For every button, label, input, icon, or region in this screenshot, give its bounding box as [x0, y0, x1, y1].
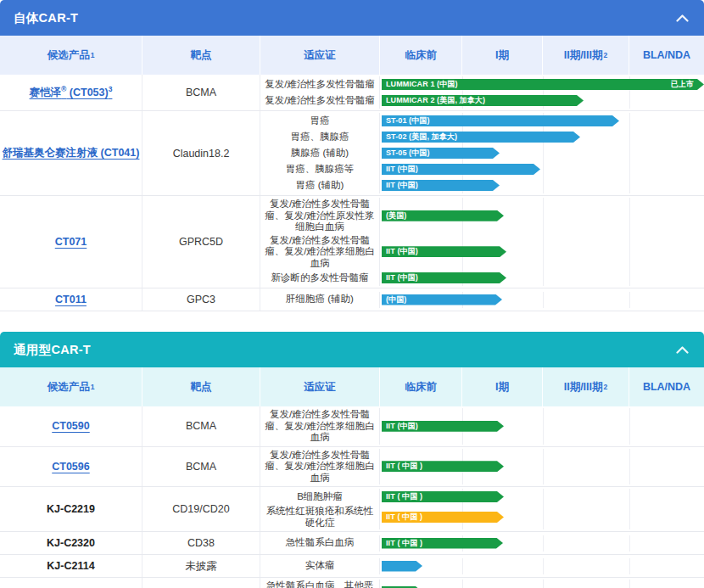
pipeline-bar: IIT (中国) [382, 164, 540, 175]
column-header-4: I期 [462, 36, 543, 75]
column-header-row: 候选产品1靶点适应证临床前I期II期/III期2BLA/NDA [0, 36, 704, 75]
product-link[interactable]: 舒瑞基奥仑赛注射液 (CT041) [3, 146, 140, 160]
phase-track: ST-05 (中国) [380, 145, 704, 161]
product-link[interactable]: CT071 [55, 236, 87, 248]
phase-track: IIT (中国) [380, 270, 704, 286]
target-cell: 未披露 [142, 555, 260, 577]
product-link[interactable]: CT011 [55, 294, 87, 305]
phase-track: LUMMICAR 2 (美国, 加拿大) [380, 92, 704, 109]
indication-entry: 胃癌、胰腺癌等IIT (中国) [260, 161, 704, 177]
section-title: 通用型CAR-T [14, 342, 91, 358]
indication-entries: 胃癌ST-01 (中国)胃癌、胰腺癌ST-02 (美国, 加拿大)胰腺癌 (辅助… [260, 111, 704, 195]
table-row: 舒瑞基奥仑赛注射液 (CT041)Claudin18.2胃癌ST-01 (中国)… [0, 111, 704, 196]
column-header-label: 靶点 [191, 48, 212, 63]
pipeline-bar: LUMMICAR 1 (中国)已上市 [382, 79, 704, 90]
indication-cell: 胰腺癌 (辅助) [260, 145, 380, 161]
target-cell: BCMA [142, 447, 260, 487]
indication-entry: 复发/难治性多发性骨髓瘤、复发/难治性浆细胞白血病IIT (中国) [260, 234, 704, 271]
pipeline-bar: ST-02 (美国, 加拿大) [382, 132, 580, 143]
indication-cell: 肝细胞癌 (辅助) [260, 292, 380, 308]
bar-label: (中国) [386, 294, 406, 305]
bar-label: LUMMICAR 2 (美国, 加拿大) [386, 95, 485, 106]
column-header-label: I期 [495, 48, 509, 63]
column-header-label: II期/III期 [564, 380, 603, 395]
pipeline-bar: IIT (中国) [382, 421, 504, 432]
column-header-3: 临床前 [380, 367, 462, 406]
indication-entry: 复发/难治性多发性骨髓瘤、复发/难治性原发性浆细胞白血病(美国) [260, 198, 704, 234]
column-header-label: BLA/NDA [643, 49, 690, 61]
pipeline-bar [382, 561, 422, 572]
phase-track: IIT (中国) [380, 177, 704, 193]
pipeline-bar: IIT (中国) [382, 246, 506, 257]
column-header-5: II期/III期2 [543, 367, 629, 406]
indication-entry: 复发/难治性多发性骨髓瘤、复发/难治性浆细胞白血病IIT ( 中国 ) [260, 449, 704, 485]
phase-track: ST-01 (中国) [380, 113, 704, 129]
chevron-up-icon[interactable] [676, 14, 689, 22]
indication-entry: 实体瘤 [260, 558, 704, 574]
phase-track: (美国) [380, 198, 704, 234]
column-header-row: 候选产品1靶点适应证临床前I期II期/III期2BLA/NDA [0, 367, 704, 406]
target-cell: GPC3 [142, 288, 260, 311]
table-row: CT071GPRC5D复发/难治性多发性骨髓瘤、复发/难治性原发性浆细胞白血病(… [0, 196, 704, 288]
pipeline-bar: IIT (中国) [382, 180, 500, 191]
product-cell: 赛恺泽® (CT053)3 [0, 75, 142, 110]
indication-entry: B细胞肿瘤IIT ( 中国 ) [260, 489, 704, 505]
column-header-1: 靶点 [142, 367, 260, 406]
column-header-label: II期/III期 [564, 48, 603, 63]
indication-cell: 复发/难治性多发性骨髓瘤、复发/难治性原发性浆细胞白血病 [260, 198, 380, 234]
table-row: 赛恺泽® (CT053)3BCMA复发/难治性多发性骨髓瘤LUMMICAR 1 … [0, 75, 704, 111]
phase-track [380, 558, 704, 574]
pipeline-bar: IIT ( 中国 ) [382, 461, 504, 472]
target-cell: GPRC5D [142, 196, 260, 288]
phase-track: ST-02 (美国, 加拿大) [380, 129, 704, 145]
product-link[interactable]: CT0590 [52, 420, 89, 432]
bar-label: (美国) [386, 210, 406, 221]
product-cell: KJ-C2320 [0, 532, 142, 554]
pipeline-bar: ST-01 (中国) [382, 115, 619, 126]
column-header-label: 候选产品 [47, 48, 90, 63]
indication-entry: 胃癌 (辅助)IIT (中国) [260, 177, 704, 193]
product-cell: CT0596 [0, 447, 142, 487]
product-cell: CT0590 [0, 406, 142, 446]
target-cell: BCMA [142, 406, 260, 446]
table-row: KJ-C2320CD38急性髓系白血病IIT ( 中国 ) [0, 532, 704, 555]
chevron-up-icon[interactable] [676, 346, 689, 354]
column-header-2: 适应证 [260, 367, 380, 406]
indication-cell: 胃癌 [260, 113, 380, 129]
column-header-1: 靶点 [142, 36, 260, 75]
indication-entries: 实体瘤 [260, 555, 704, 577]
table-row: CT0590BCMA复发/难治性多发性骨髓瘤、复发/难治性浆细胞白血病IIT (… [0, 406, 704, 447]
indication-entry: 胃癌ST-01 (中国) [260, 113, 704, 129]
pipeline-bar: (美国) [382, 210, 504, 221]
section-header-autologous[interactable]: 自体CAR-T [0, 0, 704, 36]
pipeline-bar: IIT ( 中国 ) [382, 512, 504, 523]
indication-cell: 复发/难治性多发性骨髓瘤、复发/难治性浆细胞白血病 [260, 449, 380, 485]
table-row: CT0596BCMA复发/难治性多发性骨髓瘤、复发/难治性浆细胞白血病IIT (… [0, 447, 704, 488]
product-cell: KJ-C2114 [0, 555, 142, 577]
product-link[interactable]: 赛恺泽® (CT053)3 [30, 85, 113, 100]
pipeline-bar: IIT (中国) [382, 272, 506, 283]
indication-entries: 复发/难治性多发性骨髓瘤、复发/难治性浆细胞白血病IIT (中国) [260, 406, 704, 446]
phase-track: IIT ( 中国 ) [380, 489, 704, 505]
product-cell: CT011 [0, 288, 142, 311]
section-header-universal[interactable]: 通用型CAR-T [0, 332, 704, 367]
bar-label: IIT ( 中国 ) [386, 512, 422, 523]
indication-cell: 急性髓系白血病、其他恶性肿瘤、抗衰老 [260, 580, 380, 588]
section-universal: 通用型CAR-T候选产品1靶点适应证临床前I期II期/III期2BLA/NDAC… [0, 332, 704, 588]
indication-entries: 肝细胞癌 (辅助)(中国) [260, 288, 704, 311]
indication-entry: 肝细胞癌 (辅助)(中国) [260, 292, 704, 308]
indication-entry: 复发/难治性多发性骨髓瘤、复发/难治性浆细胞白血病IIT (中国) [260, 408, 704, 445]
indication-cell: 胃癌、胰腺癌 [260, 129, 380, 145]
bar-label: ST-01 (中国) [386, 115, 430, 126]
section-title: 自体CAR-T [14, 10, 78, 26]
bar-label: LUMMICAR 1 (中国) [386, 79, 458, 90]
column-header-label: 临床前 [405, 48, 437, 63]
column-header-label: 适应证 [304, 48, 336, 63]
bar-label: ST-05 (中国) [386, 148, 430, 159]
bar-label: IIT (中国) [386, 164, 418, 175]
table-row: KJ-C2114未披露实体瘤 [0, 555, 704, 578]
indication-entries: 急性髓系白血病、其他恶性肿瘤、抗衰老 [260, 578, 704, 588]
indication-cell: 复发/难治性多发性骨髓瘤、复发/难治性浆细胞白血病 [260, 234, 380, 271]
pipeline-bar: (中国) [382, 294, 502, 305]
product-link[interactable]: CT0596 [52, 461, 89, 473]
